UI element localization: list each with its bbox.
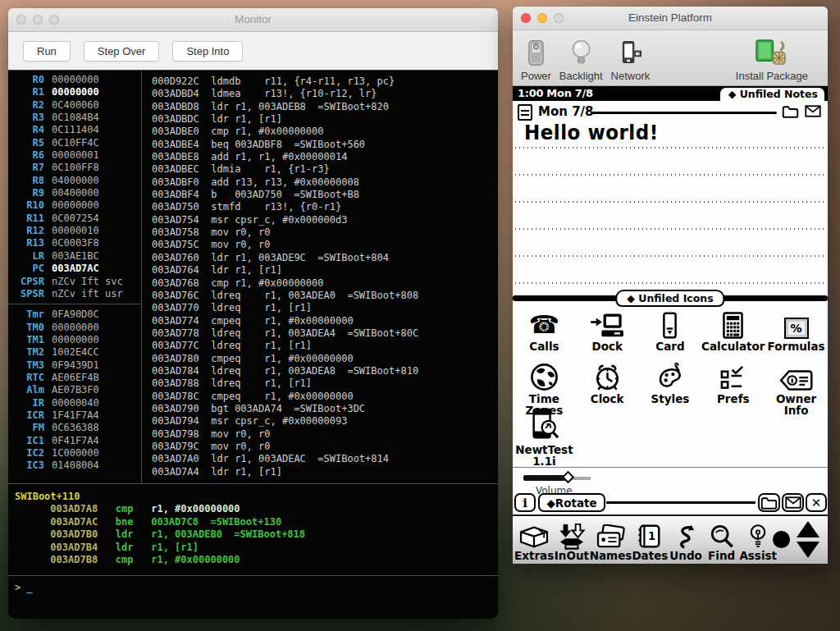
dock-item-assist[interactable]: Assist [739, 518, 777, 564]
register-row: R30C1084B4 [8, 112, 141, 124]
register-name: PC [8, 263, 44, 275]
folder-button[interactable] [758, 493, 780, 512]
app-styles[interactable]: Styles [639, 360, 702, 416]
register-name: R5 [8, 137, 44, 149]
register-value: 01408004 [52, 460, 99, 472]
dock-item-inout[interactable]: InOut [554, 518, 590, 564]
text-cursor: _ [26, 582, 32, 593]
app-label: Formulas [768, 341, 825, 352]
dock-item-label: Dates [632, 550, 668, 561]
app-label: Dock [591, 341, 622, 352]
tab-unfiled-notes[interactable]: ◆ Unfiled Notes [719, 86, 826, 101]
rotate-button[interactable]: ◆Rotate [538, 493, 605, 512]
toolbar-item-install-package[interactable]: Install Package [736, 36, 808, 82]
toolbar-item-network[interactable]: Network [611, 36, 651, 82]
console-prompt-row[interactable]: > _ [8, 576, 498, 593]
console-line: 003AD7B0 ldr r1, 003ADEB0 =SWIBoot+818 [15, 528, 498, 541]
info-button[interactable]: i [514, 493, 536, 512]
step-over-button[interactable]: Step Over [84, 41, 160, 62]
console-mnemonic: cmp [98, 554, 151, 565]
register-value: 0C10FF4C [52, 137, 99, 149]
register-value: 1F41F7A4 [52, 409, 99, 422]
register-row: PC003AD7AC [8, 263, 141, 275]
disassembly-line: 003ADBEC ldmia r1, {r1-r3} [152, 163, 498, 176]
dock-item-label: Extras [514, 550, 554, 561]
note-date-title[interactable]: Mon 7/8 [538, 104, 594, 119]
register-name: R4 [8, 124, 44, 136]
tab-unfiled-icons[interactable]: ◆ Unfiled Icons [615, 290, 724, 307]
dock-item-find[interactable]: Find [704, 518, 740, 564]
app-owner-info[interactable]: OwnerInfo [765, 360, 828, 416]
disassembly-line: 003AD7A4 ldr r1, [r1] [152, 466, 498, 478]
register-name: FM [8, 422, 44, 434]
mail-icon[interactable] [805, 105, 823, 120]
disassembly-line: 003AD79C mov r0, r0 [152, 441, 498, 453]
note-body-text[interactable]: Hello world! [524, 121, 659, 144]
app-card[interactable]: Card [639, 308, 702, 352]
list-icon[interactable] [518, 104, 532, 121]
app-newttest-1-1i[interactable]: NewtTest1.1i [513, 411, 576, 467]
disassembly-line: 003AD760 ldr r1, 003ADE9C =SWIBoot+804 [152, 252, 498, 264]
register-name: R11 [8, 213, 44, 225]
volume-slider-knob[interactable] [562, 471, 575, 484]
mail-button[interactable] [782, 493, 804, 512]
app-calls[interactable]: ☎Calls [513, 308, 576, 352]
disassembly-line: 003ADBDC ldr r1, [r1] [152, 113, 498, 126]
toolbar-item-backlight[interactable]: Backlight [559, 36, 603, 82]
disassembly-line: 000D922C ldmdb r11, {r4-r11, r13, pc} [152, 75, 498, 88]
close-box-button[interactable]: ✕ [806, 493, 827, 512]
register-value: 0C007254 [52, 213, 99, 225]
console-operands: 003AD7C8 =SWIBoot+130 [151, 516, 281, 528]
register-row: R70C100FF8 [8, 162, 141, 174]
newton-dock: ExtrasInOutNames1DatesUndoFindAssist [513, 514, 828, 564]
register-value: 003AE1BC [52, 250, 99, 263]
disassembly-line: 003ADBD8 ldr r1, 003ADEB8 =SWIBoot+820 [152, 101, 498, 113]
app-formulas[interactable]: %Formulas [765, 308, 828, 352]
console-address: 003AD7B4 [15, 542, 98, 553]
register-name: R12 [8, 225, 44, 237]
overview-dot-button[interactable] [773, 531, 790, 548]
register-value: 00400000 [52, 187, 99, 199]
register-name: IC3 [8, 460, 44, 472]
dock-item-names[interactable]: Names [590, 518, 632, 564]
statusbar-line [606, 501, 756, 504]
scroll-up-arrow[interactable] [797, 521, 819, 537]
disassembly-line: 003AD798 mov r0, r0 [152, 428, 498, 441]
app-clock[interactable]: Clock [576, 360, 639, 416]
svg-text:1: 1 [648, 530, 655, 542]
register-row: IC21C000000 [8, 447, 141, 460]
dock-items: ExtrasInOutNames1DatesUndoFindAssist [514, 518, 777, 564]
folder-icon[interactable] [782, 105, 800, 120]
einstein-titlebar: Einstein Platform [513, 7, 828, 30]
undo-icon [674, 524, 697, 550]
register-row: R110C007254 [8, 213, 141, 225]
step-into-button[interactable]: Step Into [172, 41, 243, 62]
disassembly-line: 003AD75C mov r0, r0 [152, 239, 498, 251]
calls-icon: ☎ [529, 308, 559, 339]
dock-item-dates[interactable]: 1Dates [632, 518, 668, 564]
dock-item-extras[interactable]: Extras [514, 518, 554, 564]
scroll-down-arrow[interactable] [797, 542, 819, 558]
dock-item-undo[interactable]: Undo [668, 518, 704, 564]
console-mnemonic: ldr [98, 528, 151, 540]
formulas-icon: % [784, 308, 809, 339]
register-name: R7 [8, 162, 44, 174]
app-dock[interactable]: Dock [576, 308, 639, 352]
console-mnemonic: ldr [98, 542, 151, 553]
register-name: R3 [8, 112, 44, 124]
monitor-terminal: R000000000R100000000R20C400060R30C1084B4… [8, 70, 498, 619]
register-row: TM21002E4CC [8, 346, 141, 359]
app-label: Calls [529, 341, 559, 352]
run-button[interactable]: Run [23, 41, 71, 62]
app-prefs[interactable]: Prefs [701, 360, 765, 416]
toolbar-item-power[interactable]: Power [521, 36, 551, 82]
register-name: TM3 [8, 359, 44, 372]
newton-clock[interactable]: 1:00 Mon 7/8 [518, 87, 593, 99]
dates-icon: 1 [636, 524, 664, 550]
disassembly-line: 003ADBF4 b 003AD750 =SWIBoot+B8 [152, 189, 498, 201]
register-name: R2 [8, 99, 44, 112]
register-value: 04000000 [52, 175, 99, 187]
disassembly-line: 003AD758 mov r0, r0 [152, 226, 498, 239]
monitor-toolbar: RunStep OverStep Into [8, 32, 498, 70]
app-calculator[interactable]: Calculator [701, 308, 765, 352]
